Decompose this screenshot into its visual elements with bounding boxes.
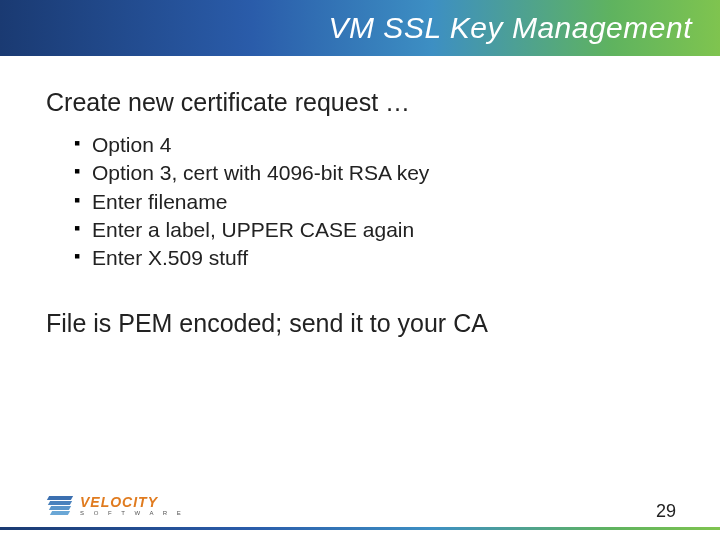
list-item: Option 3, cert with 4096-bit RSA key	[74, 159, 674, 187]
list-item: Enter X.509 stuff	[74, 244, 674, 272]
list-item: Option 4	[74, 131, 674, 159]
logo-subtitle: S O F T W A R E	[80, 510, 185, 516]
list-item: Enter a label, UPPER CASE again	[74, 216, 674, 244]
heading-2: File is PEM encoded; send it to your CA	[46, 309, 674, 338]
content-area: Create new certificate request … Option …	[0, 56, 720, 338]
page-number: 29	[656, 501, 676, 522]
logo-name: VELOCITY	[80, 495, 185, 509]
header-bar: VM SSL Key Management	[0, 0, 720, 56]
footer: VELOCITY S O F T W A R E 29	[0, 486, 720, 540]
footer-divider	[0, 527, 720, 530]
list-item: Enter filename	[74, 188, 674, 216]
heading-1: Create new certificate request …	[46, 88, 674, 117]
velocity-logo: VELOCITY S O F T W A R E	[46, 495, 185, 516]
slide-title: VM SSL Key Management	[329, 11, 692, 45]
bullet-list: Option 4 Option 3, cert with 4096-bit RS…	[46, 131, 674, 273]
logo-text: VELOCITY S O F T W A R E	[80, 495, 185, 516]
logo-mark-icon	[46, 496, 74, 516]
